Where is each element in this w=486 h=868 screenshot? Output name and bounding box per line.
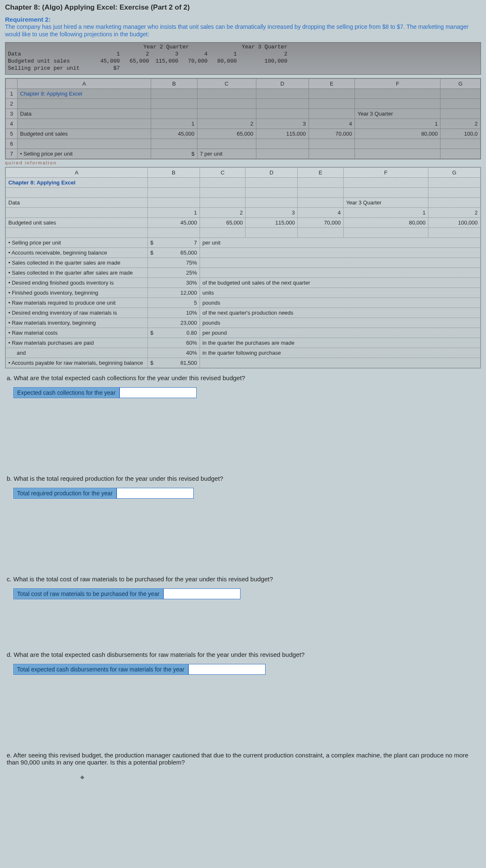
item-value: 30% <box>148 278 200 288</box>
answer-label-b: Total required production for the year <box>13 488 116 499</box>
item-value: 60% <box>148 338 200 348</box>
answer-input-a[interactable] <box>119 387 197 398</box>
value-cell: 100,0 <box>440 129 481 139</box>
item-note: in the quarter following purchase <box>200 348 480 358</box>
answer-label-a: Expected cash collections for the year <box>13 387 119 398</box>
cursor-icon: ⌖ <box>80 773 84 782</box>
value-cell: 45,000 <box>148 218 200 228</box>
col-header: B <box>148 168 200 178</box>
item-note: per pound <box>200 328 480 338</box>
sub-header: 2 <box>200 208 246 218</box>
item-value: $65,000 <box>148 248 200 258</box>
projections-table: Year 2 Quarter Year 3 Quarter Data 1 2 3… <box>5 42 481 75</box>
col-header: E <box>309 79 355 89</box>
col-header: 2 <box>239 50 290 58</box>
col-header: G <box>428 168 481 178</box>
row-label: Budgeted unit sales <box>18 129 151 139</box>
item-label: Raw materials required to produce one un… <box>6 298 148 308</box>
item-label: Selling price per unit <box>6 238 148 248</box>
item-note <box>200 258 480 268</box>
item-value: 40% <box>148 348 200 358</box>
year3-label: Year 3 Quarter <box>343 198 428 208</box>
data-label: Data <box>6 198 148 208</box>
col-header: D <box>256 79 309 89</box>
item-value: 5 <box>148 298 200 308</box>
row-number: 4 <box>6 119 18 129</box>
item-note: pounds <box>200 318 480 328</box>
col-header: 1 <box>93 50 122 58</box>
value-cell: 65,000 <box>200 218 246 228</box>
row-number: 7 <box>6 149 18 159</box>
chapter-link[interactable]: Chapter 8: Applying Excel <box>18 89 151 99</box>
item-value: $81,500 <box>148 358 200 368</box>
item-label: Desired ending inventory of raw material… <box>6 308 148 318</box>
value-cell: 100,000 <box>428 218 481 228</box>
item-value: $7 <box>148 238 200 248</box>
row-number: 6 <box>6 139 18 149</box>
sub-header: 3 <box>246 208 298 218</box>
sub-header: 1 <box>343 208 428 218</box>
budgeted-sales-label: Budgeted unit sales <box>6 218 148 228</box>
item-note: in the quarter the purchases are made <box>200 338 480 348</box>
item-value: 12,000 <box>148 288 200 298</box>
question-d: d. What are the total expected cash disb… <box>7 651 479 658</box>
value-cell: 80,000 <box>210 58 239 65</box>
item-label: Sales collected in the quarter after sal… <box>6 268 148 278</box>
answer-input-d[interactable] <box>188 664 266 675</box>
col-header: 2 <box>122 50 152 58</box>
value-cell: 115,000 <box>246 218 298 228</box>
col-header: 1 <box>210 50 239 58</box>
value-cell: 115,000 <box>256 129 309 139</box>
value-cell: 70,000 <box>298 218 344 228</box>
requirement-description: The company has just hired a new marketi… <box>5 23 481 38</box>
year3-header: Year 3 Quarter <box>239 43 290 50</box>
value-cell: $7 <box>93 65 122 72</box>
item-note: units <box>200 288 480 298</box>
sub-header: 2 <box>440 119 481 129</box>
item-value: 25% <box>148 268 200 278</box>
data-label: Data <box>18 109 151 119</box>
page-title: Chapter 8: (Algo) Applying Excel: Exerci… <box>5 3 481 12</box>
partial-text: quired information <box>5 160 481 165</box>
item-label: Accounts receivable, beginning balance <box>6 248 148 258</box>
value-cell: 80,000 <box>355 129 440 139</box>
answer-label-d: Total expected cash disbursements for ra… <box>13 664 188 675</box>
question-b: b. What is the total required production… <box>7 475 479 482</box>
budgeted-sales-label: Budgeted unit sales <box>5 58 93 65</box>
col-header: C <box>197 79 256 89</box>
row-number: 5 <box>6 129 18 139</box>
value-cell: 65,000 <box>197 129 256 139</box>
item-note: of the next quarter's production needs <box>200 308 480 318</box>
excel-grid-2: A B C D E F G Chapter 8: Applying Excel … <box>5 167 481 368</box>
requirement-title: Requirement 2: <box>5 16 481 23</box>
row-number: 2 <box>6 99 18 109</box>
item-value: $0.80 <box>148 328 200 338</box>
value-cell: 70,000 <box>309 129 355 139</box>
row-label: • Selling price per unit <box>18 149 151 159</box>
item-note <box>200 268 480 278</box>
value-note: 7 per unit <box>197 149 256 159</box>
item-note: pounds <box>200 298 480 308</box>
col-header: F <box>355 79 440 89</box>
selling-price-label: Selling price per unit <box>5 65 93 72</box>
answer-input-b[interactable] <box>116 488 194 499</box>
data-row-label: Data <box>5 50 93 58</box>
col-header: F <box>343 168 428 178</box>
item-label: Finished goods inventory, beginning <box>6 288 148 298</box>
answer-input-c[interactable] <box>163 588 240 599</box>
col-header: D <box>246 168 298 178</box>
excel-grid-1: A B C D E F G 1 Chapter 8: Applying Exce… <box>5 78 481 159</box>
value-cell: 45,000 <box>93 58 122 65</box>
sub-header: 4 <box>309 119 355 129</box>
value-cell: 80,000 <box>343 218 428 228</box>
item-label: Raw material costs <box>6 328 148 338</box>
item-value: 10% <box>148 308 200 318</box>
item-label: Raw materials inventory, beginning <box>6 318 148 328</box>
item-label: Desired ending finished goods inventory … <box>6 278 148 288</box>
item-label: and <box>6 348 148 358</box>
value-cell: 45,000 <box>151 129 197 139</box>
item-label: Accounts payable for raw materials, begi… <box>6 358 148 368</box>
item-label: Sales collected in the quarter sales are… <box>6 258 148 268</box>
col-header: B <box>151 79 197 89</box>
item-label: Raw materials purchases are paid <box>6 338 148 348</box>
